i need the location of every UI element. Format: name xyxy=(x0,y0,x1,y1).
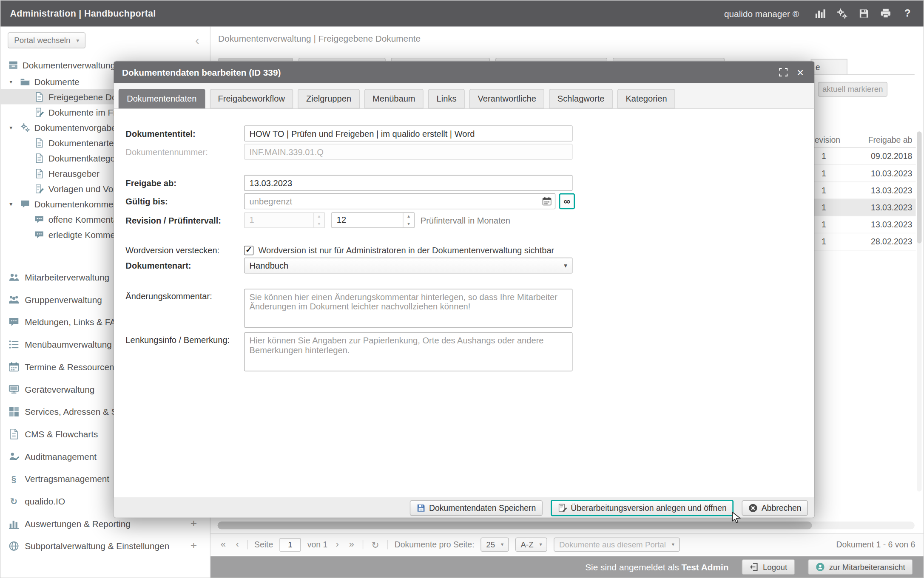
portal-row: Portal wechseln ▾ ‹ xyxy=(0,26,210,54)
tree-expand-icon[interactable]: ▾ xyxy=(9,201,20,207)
field-lenkungsinfo: Lenkungsinfo / Bemerkung: xyxy=(125,332,808,371)
app-title: Administration | Handbuchportal xyxy=(10,8,156,19)
maximize-icon[interactable] xyxy=(779,68,788,76)
tab-links[interactable]: Links xyxy=(428,89,465,108)
device-icon xyxy=(8,383,19,394)
sort-select[interactable]: A-Z ▾ xyxy=(515,538,547,552)
background-tab-fragment[interactable]: e xyxy=(811,59,847,74)
field-gueltig-bis: Gültig bis: ∞ xyxy=(125,193,808,209)
top-bar: Administration | Handbuchportal qualido … xyxy=(0,0,923,26)
people-icon xyxy=(8,272,19,283)
group-icon xyxy=(8,294,19,305)
dialog-tabs: Dokumentendaten Freigabeworkflow Zielgru… xyxy=(114,83,814,109)
divider xyxy=(362,540,363,549)
dokumententitel-input[interactable] xyxy=(244,125,572,141)
previous-page-icon[interactable]: ‹ xyxy=(234,539,241,550)
logout-button[interactable]: Logout xyxy=(742,559,795,575)
interval-stepper[interactable]: 12 ▲▼ xyxy=(331,212,415,228)
list-icon xyxy=(8,339,19,350)
save-document-data-button[interactable]: Dokumentendaten Speichern xyxy=(409,500,542,516)
breadcrumb: Dokumentenverwaltung | Freigegebene Doku… xyxy=(218,34,421,44)
expand-plus-icon[interactable]: + xyxy=(190,539,197,552)
storage-icon[interactable] xyxy=(857,7,870,20)
sidebar-collapse-icon[interactable]: ‹ xyxy=(192,34,203,46)
stats-icon[interactable] xyxy=(814,7,827,20)
tab-zielgruppen[interactable]: Zielgruppen xyxy=(298,89,359,108)
field-revision-pruefintervall: Revision / Prüfintervall: 1 ▲▼ 12 ▲▼ Prü… xyxy=(125,212,808,228)
horizontal-scrollbar[interactable] xyxy=(218,521,915,529)
tree-expand-icon[interactable]: ▾ xyxy=(9,124,20,130)
aenderungskommentar-textarea[interactable] xyxy=(244,289,572,328)
freigabe-ab-input[interactable] xyxy=(244,175,572,191)
next-page-icon[interactable]: › xyxy=(334,539,341,550)
wordversion-text: Wordversion ist nur für Administratoren … xyxy=(258,246,554,255)
divider xyxy=(247,540,247,549)
document-icon xyxy=(34,153,44,163)
dokumentenart-select[interactable]: Handbuch ▾ xyxy=(244,258,572,273)
close-icon[interactable]: × xyxy=(797,66,804,78)
stepper-up-icon: ▲ xyxy=(314,213,324,220)
document-icon xyxy=(34,168,44,178)
chevron-down-icon: ▾ xyxy=(540,541,542,547)
page-label: Seite xyxy=(254,540,273,549)
sidebar-item-subportalverwaltung[interactable]: Subportalverwaltung & Einstellungen + xyxy=(0,535,210,557)
document-icon xyxy=(34,92,44,102)
gueltig-bis-input[interactable] xyxy=(244,193,555,209)
printer-icon[interactable] xyxy=(879,7,893,20)
last-page-icon[interactable]: » xyxy=(347,539,356,550)
tab-dokumentendaten[interactable]: Dokumentendaten xyxy=(119,89,205,108)
chevron-down-icon: ▾ xyxy=(501,541,503,547)
field-dokumententitel: Dokumententitel: xyxy=(125,125,808,141)
wordversion-label: Wordversion verstecken: xyxy=(125,246,244,255)
lenkungsinfo-textarea[interactable] xyxy=(244,332,572,371)
field-dokumentenart: Dokumentenart: Handbuch ▾ xyxy=(125,258,808,273)
page-of-label: von 1 xyxy=(307,540,327,549)
result-summary: Dokument 1 - 6 von 6 xyxy=(836,540,915,549)
tab-schlagworte[interactable]: Schlagworte xyxy=(549,89,612,108)
switch-to-employee-view-button[interactable]: zur Mitarbeiteransicht xyxy=(808,559,913,575)
chat-icon xyxy=(8,316,19,327)
tab-kategorien[interactable]: Kategorien xyxy=(617,89,675,108)
tree-expand-icon[interactable]: ▾ xyxy=(9,78,20,85)
edit-document-dialog: Dokumentendaten bearbeiten (ID 339) × Do… xyxy=(114,61,814,517)
cancel-button[interactable]: Abbrechen xyxy=(742,500,808,516)
calendar-icon[interactable] xyxy=(542,196,552,207)
per-page-select[interactable]: 25 ▾ xyxy=(481,538,509,552)
document-edit-icon xyxy=(34,107,44,117)
chevron-down-icon: ▾ xyxy=(564,262,567,269)
document-icon xyxy=(34,138,44,148)
comment-icon xyxy=(34,230,44,240)
column-freigabe-ab: Freigabe ab xyxy=(840,135,916,144)
first-page-icon[interactable]: « xyxy=(219,539,227,550)
scrollbar-thumb[interactable] xyxy=(917,131,921,243)
refresh-icon[interactable]: ↻ xyxy=(370,539,381,550)
gears-icon[interactable] xyxy=(836,7,849,20)
stepper-up-icon[interactable]: ▲ xyxy=(404,213,414,220)
scrollbar-thumb[interactable] xyxy=(218,521,812,529)
portal-scope-select[interactable]: Dokumente aus diesem Portal ▾ xyxy=(554,538,680,552)
portal-switch-button[interactable]: Portal wechseln ▾ xyxy=(8,32,86,48)
vertical-scrollbar[interactable] xyxy=(917,131,921,491)
brand-label: qualido manager ® xyxy=(724,8,799,19)
expand-plus-icon[interactable]: + xyxy=(190,517,197,530)
tab-verantwortliche[interactable]: Verantwortliche xyxy=(469,89,544,108)
dialog-body: Dokumententitel: Dokumentennummer: Freig… xyxy=(114,109,814,498)
mark-current-button[interactable]: aktuell markieren xyxy=(818,82,887,97)
lenkungsinfo-label: Lenkungsinfo / Bemerkung: xyxy=(125,332,244,345)
logged-in-text: Sie sind angemeldet alsTest Admin xyxy=(585,562,728,572)
dialog-titlebar[interactable]: Dokumentendaten bearbeiten (ID 339) × xyxy=(114,61,814,83)
dialog-title: Dokumentendaten bearbeiten (ID 339) xyxy=(122,67,281,77)
freigabe-ab-label: Freigabe ab: xyxy=(125,178,244,187)
tab-freigabeworkflow[interactable]: Freigabeworkflow xyxy=(210,89,293,108)
cancel-icon xyxy=(748,503,758,513)
help-icon[interactable]: ? xyxy=(901,7,914,20)
stepper-down-icon[interactable]: ▼ xyxy=(404,220,414,227)
calendar-icon xyxy=(8,361,19,372)
aenderungskommentar-label: Änderungskommentar: xyxy=(125,289,244,301)
tab-menuebaum[interactable]: Menübaum xyxy=(364,89,424,108)
grid-icon xyxy=(8,406,19,417)
wordversion-checkbox[interactable]: ✓ xyxy=(244,246,253,255)
create-revision-button[interactable]: Überarbeitungsversion anlegen und öffnen xyxy=(551,499,734,516)
page-input[interactable] xyxy=(280,538,301,551)
unlimited-infinity-button[interactable]: ∞ xyxy=(559,193,575,209)
